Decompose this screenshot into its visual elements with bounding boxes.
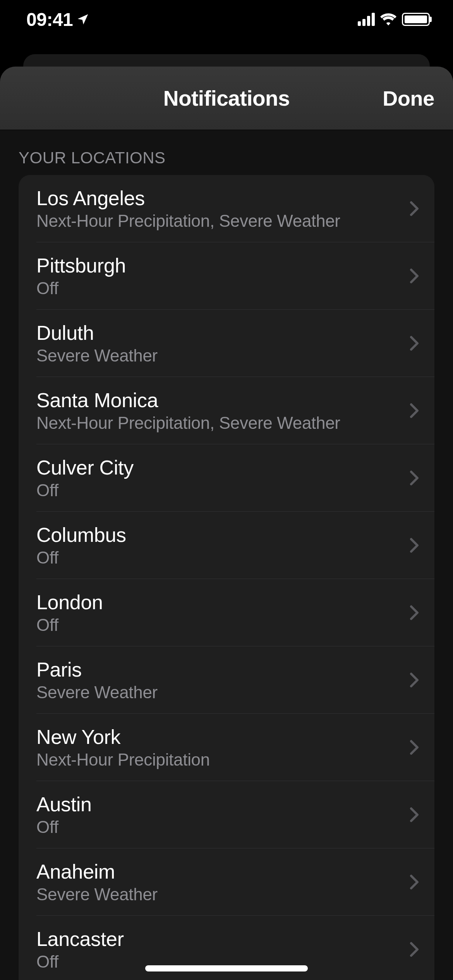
status-right [358,13,430,26]
location-name: Santa Monica [36,389,402,412]
location-status: Off [36,817,402,837]
location-row[interactable]: DuluthSevere Weather [19,310,434,377]
content-area[interactable]: YOUR LOCATIONS Los AngelesNext-Hour Prec… [0,130,453,980]
location-status: Next-Hour Precipitation, Severe Weather [36,211,402,231]
row-content: PittsburghOff [36,254,402,298]
location-row[interactable]: LondonOff [19,579,434,646]
row-content: DuluthSevere Weather [36,321,402,365]
row-content: AustinOff [36,793,402,837]
location-status: Next-Hour Precipitation, Severe Weather [36,413,402,433]
status-bar: 09:41 [0,0,453,54]
chevron-right-icon [410,538,419,553]
section-header-your-locations: YOUR LOCATIONS [0,130,453,175]
location-services-icon [77,13,89,26]
location-name: Anaheim [36,860,402,883]
chevron-right-icon [410,807,419,822]
row-content: LondonOff [36,591,402,635]
done-button[interactable]: Done [383,86,434,110]
location-row[interactable]: AustinOff [19,781,434,848]
location-status: Next-Hour Precipitation [36,750,402,769]
locations-list: Los AngelesNext-Hour Precipitation, Seve… [19,175,434,980]
location-row[interactable]: New YorkNext-Hour Precipitation [19,714,434,781]
location-status: Off [36,481,402,500]
location-name: Duluth [36,321,402,344]
location-name: Los Angeles [36,187,402,210]
row-content: Los AngelesNext-Hour Precipitation, Seve… [36,187,402,231]
row-content: New YorkNext-Hour Precipitation [36,725,402,769]
location-status: Off [36,279,402,298]
row-content: Santa MonicaNext-Hour Precipitation, Sev… [36,389,402,433]
location-name: New York [36,725,402,749]
notifications-modal: Notifications Done YOUR LOCATIONS Los An… [0,67,453,980]
chevron-right-icon [410,672,419,688]
row-content: LancasterOff [36,927,402,971]
location-row[interactable]: Culver CityOff [19,444,434,512]
location-row[interactable]: Santa MonicaNext-Hour Precipitation, Sev… [19,377,434,444]
location-status: Off [36,615,402,635]
modal-header: Notifications Done [0,67,453,130]
cellular-signal-icon [358,13,375,26]
location-status: Severe Weather [36,346,402,365]
location-row[interactable]: ParisSevere Weather [19,646,434,714]
chevron-right-icon [410,403,419,418]
row-content: AnaheimSevere Weather [36,860,402,904]
location-name: Pittsburgh [36,254,402,277]
location-row[interactable]: AnaheimSevere Weather [19,848,434,916]
row-content: Culver CityOff [36,456,402,500]
status-time: 09:41 [26,9,73,30]
location-status: Off [36,548,402,567]
location-name: Austin [36,793,402,816]
chevron-right-icon [410,268,419,284]
location-row[interactable]: PittsburghOff [19,242,434,310]
location-name: Culver City [36,456,402,479]
chevron-right-icon [410,740,419,755]
wifi-icon [380,13,396,26]
location-row[interactable]: Los AngelesNext-Hour Precipitation, Seve… [19,175,434,242]
status-left: 09:41 [26,9,89,30]
location-status: Severe Weather [36,885,402,904]
chevron-right-icon [410,605,419,620]
location-name: Paris [36,658,402,681]
chevron-right-icon [410,874,419,890]
chevron-right-icon [410,201,419,216]
location-name: Lancaster [36,927,402,951]
location-row[interactable]: ColumbusOff [19,512,434,579]
location-name: London [36,591,402,614]
chevron-right-icon [410,942,419,957]
row-content: ColumbusOff [36,523,402,567]
modal-title: Notifications [163,86,290,111]
location-status: Severe Weather [36,683,402,702]
battery-icon [402,13,430,26]
location-name: Columbus [36,523,402,547]
chevron-right-icon [410,470,419,486]
row-content: ParisSevere Weather [36,658,402,702]
chevron-right-icon [410,336,419,351]
home-indicator[interactable] [145,965,308,971]
